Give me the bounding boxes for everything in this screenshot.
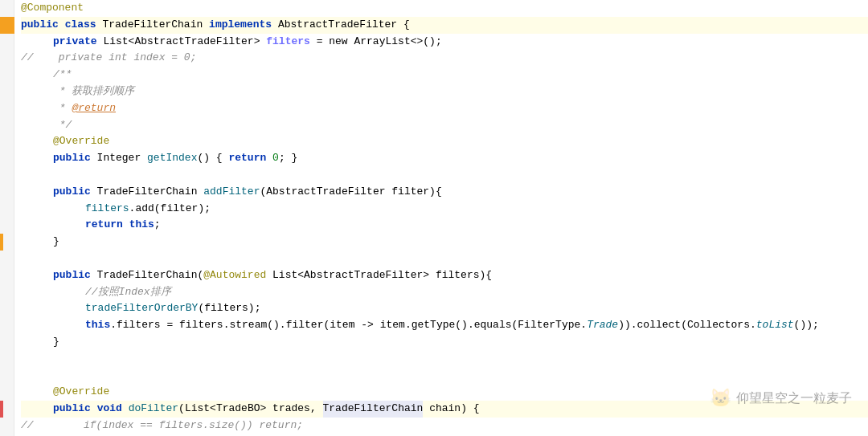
method-tolist: toList bbox=[756, 317, 794, 334]
line-10: public Integer getIndex () { return 0 ; … bbox=[21, 150, 868, 167]
kw-return-2: return bbox=[85, 217, 123, 234]
annotation-override-1: @Override bbox=[53, 133, 109, 150]
line-5: /** bbox=[21, 67, 868, 84]
line-2: public class TradeFilterChain implements… bbox=[21, 17, 868, 34]
line-22 bbox=[21, 351, 868, 368]
method-dofilter: doFilter bbox=[129, 401, 178, 418]
kw-public-2: public bbox=[53, 150, 91, 167]
line-14: return this ; bbox=[21, 217, 868, 234]
class-name: TradeFilterChain bbox=[102, 17, 203, 34]
javadoc-desc: * 获取排列顺序 bbox=[53, 84, 134, 100]
kw-private: private bbox=[53, 34, 97, 51]
line-7: * @return bbox=[21, 100, 868, 117]
call-order: tradeFilterOrderBY bbox=[85, 300, 198, 317]
annotation-override-2: @Override bbox=[53, 384, 109, 401]
comment-index: // private int index = 0; bbox=[21, 50, 196, 67]
annotation-autowired: @Autowired bbox=[203, 267, 266, 284]
line-19: tradeFilterOrderBY (filters); bbox=[21, 300, 868, 317]
line-23 bbox=[21, 368, 868, 385]
interface-name: AbstractTradeFilter bbox=[278, 17, 397, 34]
line-1: @Component bbox=[21, 0, 868, 17]
line-11 bbox=[21, 167, 868, 184]
line-9: @Override bbox=[21, 133, 868, 150]
annotation-component: @Component bbox=[21, 0, 84, 17]
line-8: */ bbox=[21, 117, 868, 134]
line-6: * 获取排列顺序 bbox=[21, 84, 868, 100]
javadoc-start: /** bbox=[53, 67, 72, 84]
code-content: @Component public class TradeFilterChain… bbox=[14, 0, 868, 436]
comment-if-index: // if(index == filters.size()) return; bbox=[21, 418, 303, 434]
kw-class: class bbox=[65, 17, 96, 34]
kw-public-4: public bbox=[53, 267, 91, 284]
kw-this-1: this bbox=[129, 217, 154, 234]
code-editor: @Component public class TradeFilterChain… bbox=[0, 0, 868, 436]
javadoc-return-tag: @return bbox=[72, 100, 116, 117]
method-addfilter: addFilter bbox=[203, 184, 260, 201]
javadoc-return-prefix: * bbox=[53, 100, 72, 117]
method-getindex: getIndex bbox=[147, 150, 197, 167]
return-val-0: 0 bbox=[272, 150, 279, 167]
line-12: public TradeFilterChain addFilter (Abstr… bbox=[21, 184, 868, 201]
kw-public-5: public bbox=[53, 401, 91, 418]
field-trade: Trade bbox=[587, 317, 618, 334]
line-17: public TradeFilterChain( @Autowired List… bbox=[21, 267, 868, 284]
line-4: // private int index = 0; bbox=[21, 50, 868, 67]
kw-void: void bbox=[97, 401, 122, 418]
line-20: this .filters = filters.stream().filter(… bbox=[21, 317, 868, 334]
line-13: filters .add(filter); bbox=[21, 201, 868, 218]
var-filters: filters bbox=[266, 34, 310, 51]
line-24: @Override bbox=[21, 384, 868, 401]
call-filters-add: filters bbox=[85, 201, 129, 218]
line-21: } bbox=[21, 334, 868, 351]
code-area: @Component public class TradeFilterChain… bbox=[0, 0, 868, 436]
kw-return-1: return bbox=[228, 150, 266, 167]
line-18: //按照Index排序 bbox=[21, 284, 868, 301]
kw-public: public bbox=[21, 17, 59, 34]
kw-public-3: public bbox=[53, 184, 91, 201]
javadoc-end: */ bbox=[53, 117, 72, 134]
line-16 bbox=[21, 251, 868, 267]
line-15: } bbox=[21, 234, 868, 251]
line-3: private List<AbstractTradeFilter> filter… bbox=[21, 34, 868, 51]
chain-type: TradeFilterChain bbox=[323, 401, 424, 418]
line-25: public void doFilter (List<TradeBO> trad… bbox=[21, 401, 868, 418]
line-26: // if(index == filters.size()) return; bbox=[21, 418, 868, 434]
comment-index-sort: //按照Index排序 bbox=[85, 284, 171, 301]
kw-implements: implements bbox=[209, 17, 272, 34]
kw-this-2: this bbox=[85, 317, 110, 334]
line-gutter bbox=[0, 0, 14, 436]
